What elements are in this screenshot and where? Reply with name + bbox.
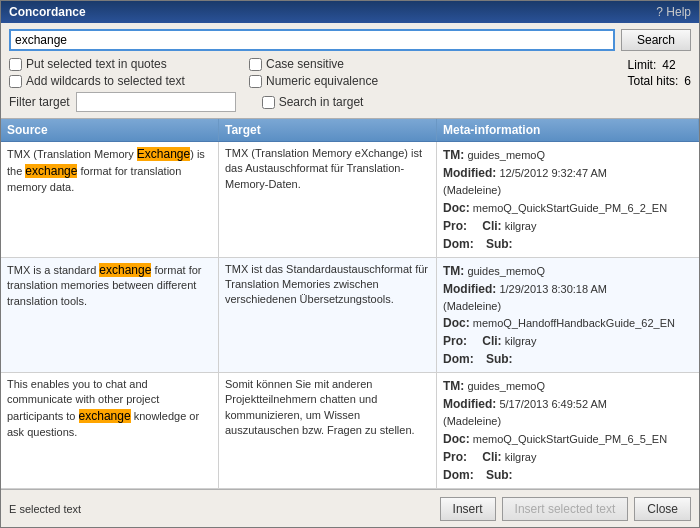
source-cell: TMX (Translation Memory Exchange) is the… <box>1 142 219 257</box>
total-hits-label: Total hits: <box>628 74 679 88</box>
col-header-target: Target <box>219 119 437 141</box>
search-input[interactable] <box>9 29 615 51</box>
highlight: exchange <box>79 409 131 423</box>
case-sensitive-checkbox[interactable] <box>249 58 262 71</box>
footer: E selected text Insert Insert selected t… <box>1 489 699 527</box>
case-sensitive-option[interactable]: Case sensitive <box>249 57 449 71</box>
target-cell: TMX ist das Standardaustauschformat für … <box>219 258 437 373</box>
numeric-equivalence-checkbox[interactable] <box>249 75 262 88</box>
add-wildcards-option[interactable]: Add wildcards to selected text <box>9 74 239 88</box>
help-link[interactable]: ? Help <box>656 5 691 19</box>
options-row-1: Put selected text in quotes Add wildcard… <box>9 57 691 88</box>
put-in-quotes-checkbox[interactable] <box>9 58 22 71</box>
limit-line: Limit: 42 <box>628 58 691 72</box>
meta-cell: TM: guides_memoQ Modified: 12/5/2012 9:3… <box>437 142 699 257</box>
highlight: Exchange <box>137 147 190 161</box>
case-sensitive-label: Case sensitive <box>266 57 344 71</box>
insert-button[interactable]: Insert <box>440 497 496 521</box>
meta-cell: TM: guides_memoQ Modified: 1/29/2013 8:3… <box>437 258 699 373</box>
total-line: Total hits: 6 <box>628 74 691 88</box>
put-in-quotes-option[interactable]: Put selected text in quotes <box>9 57 239 71</box>
source-cell: This enables you to chat and communicate… <box>1 373 219 488</box>
col-header-meta: Meta-information <box>437 119 699 141</box>
limit-total-col: Limit: 42 Total hits: 6 <box>628 58 691 88</box>
add-wildcards-checkbox[interactable] <box>9 75 22 88</box>
search-in-target-option[interactable]: Search in target <box>262 95 364 109</box>
filter-row: Filter target Search in target <box>9 92 691 112</box>
table-row[interactable]: TMX (Translation Memory Exchange) is the… <box>1 142 699 258</box>
meta-cell: TM: guides_memoQ Modified: 5/17/2013 6:4… <box>437 373 699 488</box>
option-col-1: Put selected text in quotes Add wildcard… <box>9 57 239 88</box>
total-hits-value: 6 <box>684 74 691 88</box>
table-row[interactable]: TMX is a standard exchange format for tr… <box>1 258 699 374</box>
put-in-quotes-label: Put selected text in quotes <box>26 57 167 71</box>
dialog-title: Concordance <box>9 5 86 19</box>
numeric-equivalence-label: Numeric equivalence <box>266 74 378 88</box>
filter-target-label: Filter target <box>9 95 70 109</box>
concordance-dialog: Concordance ? Help Search Put selected t… <box>0 0 700 528</box>
table-row[interactable]: This enables you to chat and communicate… <box>1 373 699 489</box>
insert-selected-button[interactable]: Insert selected text <box>502 497 629 521</box>
table-header: Source Target Meta-information <box>1 119 699 142</box>
col-header-source: Source <box>1 119 219 141</box>
highlight: exchange <box>99 263 151 277</box>
filter-target-input[interactable] <box>76 92 236 112</box>
table-container: Source Target Meta-information TMX (Tran… <box>1 119 699 489</box>
limit-value: 42 <box>662 58 675 72</box>
add-wildcards-label: Add wildcards to selected text <box>26 74 185 88</box>
table-body[interactable]: TMX (Translation Memory Exchange) is the… <box>1 142 699 489</box>
search-button[interactable]: Search <box>621 29 691 51</box>
search-in-target-label: Search in target <box>279 95 364 109</box>
highlight: exchange <box>25 164 77 178</box>
title-bar: Concordance ? Help <box>1 1 699 23</box>
close-button[interactable]: Close <box>634 497 691 521</box>
limit-label: Limit: <box>628 58 657 72</box>
target-cell: Somit können Sie mit anderen Projektteil… <box>219 373 437 488</box>
option-col-2: Case sensitive Numeric equivalence <box>249 57 449 88</box>
selected-text-note: E selected text <box>9 503 81 515</box>
numeric-equivalence-option[interactable]: Numeric equivalence <box>249 74 449 88</box>
target-cell: TMX (Translation Memory eXchange) ist da… <box>219 142 437 257</box>
options-wrapper: Put selected text in quotes Add wildcard… <box>9 57 691 112</box>
toolbar: Search Put selected text in quotes Add w… <box>1 23 699 119</box>
source-cell: TMX is a standard exchange format for tr… <box>1 258 219 373</box>
search-row: Search <box>9 29 691 51</box>
search-in-target-checkbox[interactable] <box>262 96 275 109</box>
